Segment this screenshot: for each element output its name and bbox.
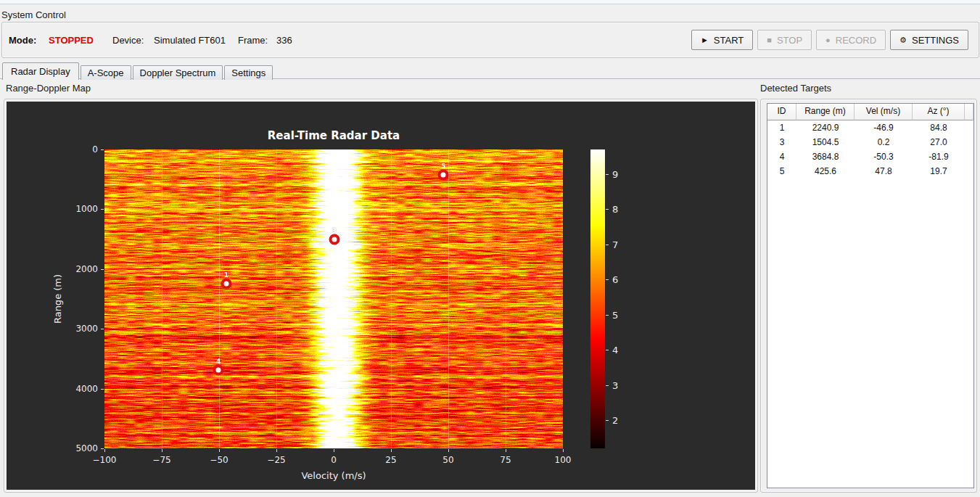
range-doppler-map-group: Real-Time Radar Data Velocity (m/s) Rang… [4, 99, 758, 493]
table-cell: 2240.9 [796, 120, 855, 135]
radar-plot-panel: Real-Time Radar Data Velocity (m/s) Rang… [7, 102, 755, 490]
colorbar-tick-label: 9 [612, 168, 618, 179]
mode-value: STOPPED [49, 35, 94, 46]
plot-title: Real-Time Radar Data [104, 129, 563, 142]
column-header-filler [965, 104, 973, 120]
table-cell: 1 [767, 120, 796, 135]
x-tick [104, 449, 105, 452]
table-cell: 3 [767, 135, 796, 149]
column-header-rangem[interactable]: Range (m) [796, 104, 855, 120]
colorbar [590, 149, 605, 448]
colorbar-tick-label: 8 [612, 204, 618, 215]
tab-a-scope[interactable]: A-Scope [81, 65, 131, 80]
colorbar-tick [606, 350, 609, 350]
table-cell: 3684.8 [796, 149, 855, 164]
stop-button[interactable]: ■STOP [757, 30, 812, 50]
control-button-row: ►START■STOP●RECORD⚙SETTINGS [691, 30, 968, 50]
x-tick [448, 449, 449, 452]
table-cell: 84.8 [913, 120, 965, 135]
table-cell: 47.8 [855, 164, 913, 178]
tab-radar-display[interactable]: Radar Display [2, 62, 79, 80]
detected-targets-group: IDRange (m)Vel (m/s)Az (°)12240.9-46.984… [760, 99, 977, 493]
colorbar-tick [606, 315, 609, 316]
y-tick-label: 2000 [75, 264, 98, 274]
colorbar-tick-label: 7 [612, 239, 618, 250]
target-marker-label: 5 [441, 163, 445, 170]
record-button[interactable]: ●RECORD [816, 30, 886, 50]
x-tick-label: 100 [555, 455, 572, 465]
table-header-row: IDRange (m)Vel (m/s)Az (°) [767, 104, 973, 120]
y-tick [101, 269, 104, 270]
target-marker [329, 234, 339, 245]
x-tick-label: −25 [267, 455, 285, 465]
stop-button-label: STOP [777, 35, 802, 46]
gear-icon: ⚙ [899, 36, 907, 44]
table-cell: 0.2 [855, 135, 913, 149]
x-tick-label: 75 [500, 455, 511, 465]
y-tick [101, 329, 104, 329]
start-button-label: START [714, 35, 744, 46]
x-tick-label: 50 [442, 455, 453, 465]
record-button-label: RECORD [836, 35, 876, 46]
colorbar-tick [606, 174, 609, 175]
column-header-velms[interactable]: Vel (m/s) [855, 104, 913, 120]
target-marker [438, 170, 449, 181]
column-header-id[interactable]: ID [767, 104, 796, 120]
menu-bar: FileViewToolsHelp [0, 0, 980, 4]
tab-settings[interactable]: Settings [224, 65, 273, 80]
y-tick-label: 5000 [75, 443, 98, 453]
table-cell: 19.7 [913, 164, 965, 178]
table-cell: 4 [767, 149, 796, 164]
frame-value: 336 [276, 35, 292, 46]
table-row[interactable]: 43684.8-50.3-81.9 [767, 149, 973, 164]
system-control-title: System Control [1, 9, 66, 20]
y-tick-label: 4000 [75, 384, 98, 394]
y-tick [101, 209, 104, 210]
table-row[interactable]: 12240.9-46.984.8 [767, 120, 973, 135]
y-axis-label: Range (m) [52, 274, 63, 324]
table-cell: -50.3 [855, 149, 913, 164]
table-row[interactable]: 5425.647.819.7 [767, 164, 973, 178]
table-cell: 1504.5 [796, 135, 855, 149]
y-tick [101, 389, 104, 390]
colorbar-tick-label: 2 [612, 415, 618, 426]
target-marker-label: 4 [216, 358, 221, 365]
x-tick-label: 25 [385, 455, 396, 465]
device-label: Device: [112, 35, 144, 46]
colorbar-tick [606, 279, 609, 280]
settings-button-label: SETTINGS [912, 35, 959, 46]
table-cell: 5 [767, 164, 796, 178]
play-icon: ► [701, 36, 709, 44]
detected-targets-table[interactable]: IDRange (m)Vel (m/s)Az (°)12240.9-46.984… [767, 103, 974, 488]
app-window: FileViewToolsHelp System Control Mode: S… [0, 0, 980, 497]
x-tick-label: −100 [93, 455, 117, 465]
y-tick [101, 149, 104, 150]
x-tick [563, 449, 564, 452]
x-tick [276, 449, 277, 452]
x-tick [334, 449, 334, 452]
x-tick [506, 449, 506, 452]
tab-doppler-spectrum[interactable]: Doppler Spectrum [133, 65, 223, 80]
mode-label: Mode: [9, 35, 36, 46]
x-axis-label: Velocity (m/s) [104, 470, 563, 481]
settings-button[interactable]: ⚙SETTINGS [890, 30, 968, 50]
colorbar-tick-label: 4 [612, 345, 618, 356]
column-header-az[interactable]: Az (°) [913, 104, 965, 120]
x-tick-label: −50 [210, 455, 228, 465]
start-button[interactable]: ►START [691, 30, 753, 50]
colorbar-tick [606, 245, 609, 245]
colorbar-tick [606, 420, 609, 421]
x-tick-label: −75 [152, 455, 170, 465]
colorbar-tick [606, 209, 609, 210]
target-marker [221, 278, 231, 289]
table-cell: 27.0 [913, 135, 965, 149]
y-tick-label: 1000 [75, 204, 98, 214]
target-marker-label: 1 [224, 271, 228, 279]
y-tick-label: 0 [92, 144, 98, 155]
table-row[interactable]: 31504.50.227.0 [767, 135, 973, 149]
y-tick-label: 3000 [75, 324, 98, 334]
colorbar-tick-label: 5 [612, 309, 618, 320]
record-icon: ● [825, 36, 831, 44]
detected-targets-title: Detected Targets [760, 83, 831, 94]
table-cell: -81.9 [913, 149, 965, 164]
